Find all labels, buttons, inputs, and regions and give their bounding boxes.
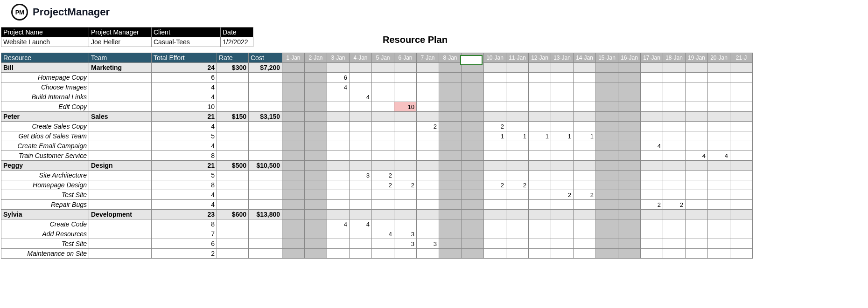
resource-grid[interactable]: Resource Team Total Effort Rate Cost 1-J… [1,53,753,259]
task-rate-cell[interactable] [217,141,249,151]
day-cell[interactable] [484,190,506,200]
day-cell[interactable] [551,219,574,229]
task-name[interactable]: Train Customer Service [1,151,89,161]
day-cell[interactable] [551,229,574,239]
task-effort[interactable]: 2 [152,249,217,259]
day-cell[interactable] [708,122,730,131]
task-team-cell[interactable] [89,171,152,180]
day-cell[interactable] [596,249,618,259]
day-cell[interactable]: 1 [551,131,574,141]
day-cell[interactable] [417,190,439,200]
task-cost-cell[interactable] [249,171,282,180]
day-cell[interactable] [529,210,551,219]
day-cell[interactable] [686,73,708,82]
day-cell[interactable] [686,102,708,112]
day-cell[interactable] [730,63,753,73]
day-cell[interactable]: 1 [574,131,596,141]
day-cell[interactable] [462,141,484,151]
day-cell[interactable] [551,112,574,122]
task-team-cell[interactable] [89,82,152,92]
resource-rate[interactable]: $500 [217,161,249,171]
proj-value-date[interactable]: 1/2/2022 [221,37,253,47]
day-cell[interactable] [663,239,686,249]
day-cell[interactable] [506,210,529,219]
day-cell[interactable] [484,161,506,171]
day-cell[interactable] [282,229,305,239]
day-cell[interactable] [305,161,327,171]
day-cell[interactable] [327,229,350,239]
day-cell[interactable] [618,219,641,229]
day-cell[interactable] [462,161,484,171]
task-rate-cell[interactable] [217,92,249,102]
day-cell[interactable] [305,219,327,229]
day-cell[interactable] [730,210,753,219]
day-cell[interactable] [596,190,618,200]
day-cell[interactable] [686,141,708,151]
resource-name[interactable]: Peter [1,112,89,122]
day-cell[interactable]: 4 [350,92,372,102]
day-cell[interactable]: 2 [372,171,394,180]
day-cell[interactable] [730,73,753,82]
day-cell[interactable] [506,249,529,259]
day-cell[interactable] [686,112,708,122]
day-cell[interactable]: 4 [372,229,394,239]
day-cell[interactable] [506,239,529,249]
day-cell[interactable] [327,180,350,190]
resource-name[interactable]: Peggy [1,161,89,171]
day-cell[interactable] [574,210,596,219]
task-team-cell[interactable] [89,122,152,131]
day-cell[interactable]: 2 [506,180,529,190]
day-cell[interactable] [708,63,730,73]
day-cell[interactable] [327,131,350,141]
day-cell[interactable] [417,229,439,239]
day-cell[interactable] [506,229,529,239]
day-cell[interactable] [618,249,641,259]
day-cell[interactable] [305,239,327,249]
day-cell[interactable] [350,73,372,82]
day-cell[interactable] [350,229,372,239]
day-cell[interactable] [686,249,708,259]
task-team-cell[interactable] [89,151,152,161]
day-cell[interactable] [618,210,641,219]
day-cell[interactable] [417,180,439,190]
task-team-cell[interactable] [89,180,152,190]
day-cell[interactable] [506,200,529,210]
day-cell[interactable] [708,239,730,249]
task-name[interactable]: Choose Images [1,82,89,92]
active-cell-indicator[interactable] [460,55,483,65]
day-cell[interactable]: 2 [663,200,686,210]
task-effort[interactable]: 8 [152,151,217,161]
day-cell[interactable] [484,92,506,102]
day-cell[interactable] [663,180,686,190]
resource-effort[interactable]: 23 [152,210,217,219]
day-cell[interactable] [574,249,596,259]
day-cell[interactable] [641,190,663,200]
day-cell[interactable] [730,229,753,239]
resource-team[interactable]: Development [89,210,152,219]
day-cell[interactable] [551,141,574,151]
task-team-cell[interactable] [89,219,152,229]
day-cell[interactable] [529,122,551,131]
day-cell[interactable] [618,161,641,171]
resource-name[interactable]: Bill [1,63,89,73]
day-cell[interactable] [282,63,305,73]
day-cell[interactable] [305,151,327,161]
task-row[interactable]: Add Resources743 [1,229,753,239]
day-cell[interactable] [484,249,506,259]
day-cell[interactable] [282,180,305,190]
day-cell[interactable] [282,82,305,92]
day-cell[interactable] [484,112,506,122]
day-cell[interactable] [551,63,574,73]
day-cell[interactable] [574,122,596,131]
task-rate-cell[interactable] [217,229,249,239]
day-cell[interactable] [551,239,574,249]
day-cell[interactable] [439,200,462,210]
day-cell[interactable] [506,219,529,229]
day-cell[interactable] [574,219,596,229]
day-cell[interactable] [641,112,663,122]
day-cell[interactable] [686,92,708,102]
day-cell[interactable]: 3 [350,171,372,180]
day-cell[interactable] [305,141,327,151]
day-cell[interactable] [663,141,686,151]
day-cell[interactable] [529,151,551,161]
